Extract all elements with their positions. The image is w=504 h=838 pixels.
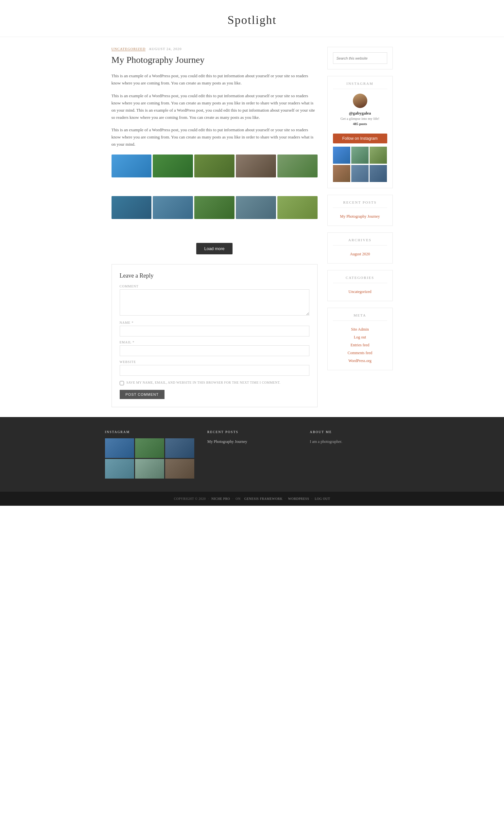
main-content: UNCATEGORIZED AUGUST 24, 2020 My Photogr…: [111, 47, 318, 407]
photo-item: [111, 155, 152, 195]
ig-grid-item: [351, 147, 368, 164]
comments-feed-link[interactable]: Comments feed: [333, 349, 387, 357]
name-label: NAME *: [120, 321, 309, 325]
separator: ·: [208, 497, 209, 501]
instagram-widget: INSTAGRAM @gabygalea Get a glimpse into …: [327, 76, 393, 188]
email-input[interactable]: [120, 345, 309, 356]
ig-grid-item: [351, 165, 368, 182]
load-more-wrap: Load more: [111, 243, 318, 254]
ig-username: @gabygalea: [333, 111, 387, 116]
follow-instagram-button[interactable]: Follow on Instagram: [333, 134, 387, 143]
category-link[interactable]: Uncategorized: [333, 288, 387, 296]
comment-section: Leave a Reply COMMENT NAME * EMAIL * WEB…: [111, 264, 318, 407]
paragraph-1: This is an example of a WordPress post, …: [111, 72, 318, 87]
ig-bio: Get a glimpse into my life!: [333, 117, 387, 120]
load-more-button[interactable]: Load more: [196, 243, 232, 254]
post-date: AUGUST 24, 2020: [149, 47, 182, 51]
save-checkbox[interactable]: [120, 381, 124, 385]
ig-grid-item: [333, 147, 350, 164]
sidebar: INSTAGRAM @gabygalea Get a glimpse into …: [327, 47, 393, 407]
footer-about-widget: ABOUT ME I am a photographer.: [310, 430, 399, 478]
comment-form-title: Leave a Reply: [120, 272, 309, 279]
site-container: UNCATEGORIZED AUGUST 24, 2020 My Photogr…: [105, 37, 399, 417]
site-title: Spotlight: [6, 13, 498, 27]
archive-link[interactable]: August 2020: [333, 250, 387, 258]
website-label: WEBSITE: [120, 360, 309, 364]
recent-post-link[interactable]: My Photography Journey: [333, 212, 387, 220]
meta-widget: META Site Admin Log out Entries feed Com…: [327, 308, 393, 370]
site-admin-link[interactable]: Site Admin: [333, 326, 387, 333]
log-out-link[interactable]: Log out: [333, 333, 387, 341]
footer-ig-photo: [105, 459, 134, 478]
photo-item: [111, 196, 152, 236]
footer-about-title: ABOUT ME: [310, 430, 399, 434]
search-wrap: [333, 52, 387, 64]
recent-posts-widget-title: RECENT POSTS: [333, 200, 387, 208]
paragraph-2: This is an example of a WordPress post, …: [111, 92, 318, 121]
wordpress-link[interactable]: WORDPRESS: [288, 497, 309, 501]
niche-pro-link[interactable]: NICHE PRO: [211, 497, 230, 501]
website-input[interactable]: [120, 365, 309, 376]
comment-label: COMMENT: [120, 284, 309, 288]
submit-comment-button[interactable]: POST COMMENT: [120, 390, 165, 399]
meta-widget-title: META: [333, 313, 387, 321]
photo-item: [236, 155, 276, 195]
avatar: [353, 93, 367, 108]
photo-item: [277, 196, 318, 236]
footer-post-link[interactable]: My Photography Journey: [208, 439, 247, 444]
photo-grid: [111, 155, 318, 236]
save-checkbox-label: SAVE MY NAME, EMAIL, AND WEBSITE IN THIS…: [127, 380, 281, 385]
separator: ·: [311, 497, 312, 501]
footer-ig-photo: [135, 438, 164, 458]
copyright-text: COPYRIGHT © 2020: [174, 497, 206, 501]
categories-widget: CATEGORIES Uncategorized: [327, 270, 393, 301]
photo-item: [153, 155, 193, 195]
separator: ·: [285, 497, 286, 501]
entries-feed-link[interactable]: Entries feed: [333, 341, 387, 349]
post-title: My Photography Journey: [111, 54, 318, 66]
footer-ig-photo: [135, 459, 164, 478]
photo-item: [236, 196, 276, 236]
photo-item: [277, 155, 318, 195]
footer-instagram-widget: INSTAGRAM: [105, 430, 194, 478]
post-content: This is an example of a WordPress post, …: [111, 72, 318, 148]
avatar-image: [353, 93, 367, 108]
ig-grid-item: [333, 165, 350, 182]
footer-ig-photo: [105, 438, 134, 458]
save-checkbox-wrap: SAVE MY NAME, EMAIL, AND WEBSITE IN THIS…: [120, 380, 309, 385]
search-widget: [327, 47, 393, 69]
ig-profile: @gabygalea Get a glimpse into my life! 4…: [333, 93, 387, 126]
footer-instagram-title: INSTAGRAM: [105, 430, 194, 434]
on-text: ON: [235, 497, 240, 501]
photo-item: [194, 196, 234, 236]
recent-posts-widget: RECENT POSTS My Photography Journey: [327, 195, 393, 226]
footer-ig-grid: [105, 438, 194, 478]
search-button[interactable]: [385, 53, 387, 64]
footer-recent-posts-widget: RECENT POSTS My Photography Journey: [208, 430, 296, 478]
instagram-widget-title: INSTAGRAM: [333, 82, 387, 89]
post-category-link[interactable]: UNCATEGORIZED: [111, 47, 146, 51]
name-input[interactable]: [120, 326, 309, 336]
categories-widget-title: CATEGORIES: [333, 276, 387, 283]
comment-textarea[interactable]: [120, 290, 309, 316]
footer-about-text: I am a photographer.: [310, 438, 399, 445]
footer-ig-photo: [165, 438, 194, 458]
archives-widget-title: ARCHIVES: [333, 238, 387, 245]
ig-photo-grid: [333, 147, 387, 183]
footer-logout-link[interactable]: LOG OUT: [314, 497, 330, 501]
ig-grid-item: [370, 165, 387, 182]
photo-item: [194, 155, 234, 195]
footer-recent-posts-title: RECENT POSTS: [208, 430, 296, 434]
search-input[interactable]: [333, 53, 385, 64]
footer-bar-text: COPYRIGHT © 2020 · NICHE PRO · ON GENESI…: [6, 497, 498, 501]
paragraph-3: This is an example of a WordPress post, …: [111, 126, 318, 148]
site-header: Spotlight: [0, 0, 504, 37]
ig-posts-count: 485 posts: [353, 122, 367, 126]
footer-widgets: INSTAGRAM RECENT POSTS My Photography Jo…: [0, 417, 504, 492]
email-label: EMAIL *: [120, 341, 309, 344]
post-meta: UNCATEGORIZED AUGUST 24, 2020: [111, 47, 318, 51]
genesis-link[interactable]: GENESIS FRAMEWORK: [244, 497, 283, 501]
wordpress-org-link[interactable]: WordPress.org: [333, 357, 387, 365]
archives-widget: ARCHIVES August 2020: [327, 232, 393, 263]
site-footer: COPYRIGHT © 2020 · NICHE PRO · ON GENESI…: [0, 492, 504, 506]
